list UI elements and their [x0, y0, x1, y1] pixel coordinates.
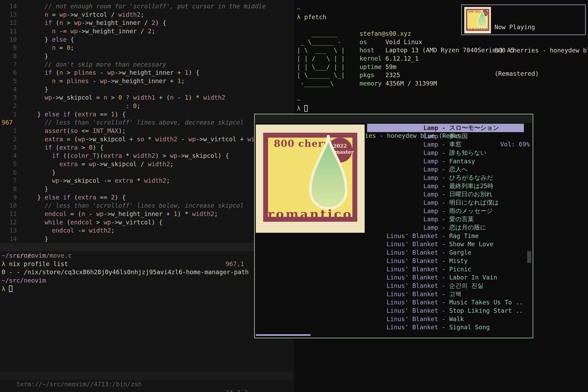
distro-logo-ascii: _ \______ -	[297, 38, 360, 46]
code-line[interactable]: 7 wp->w_skipcol -= extra * width2;	[0, 176, 294, 185]
code-token: extra	[104, 152, 122, 159]
now-playing-notification[interactable]: 800 cherries 2022Remaster romantico Now …	[461, 4, 586, 35]
code-token	[22, 136, 44, 143]
code-line[interactable]: 1 assert(so <= INT_MAX);	[0, 126, 294, 135]
queue-row[interactable]: Lamp - 車窓	[367, 140, 524, 149]
code-token: wp	[100, 78, 107, 84]
code-line[interactable]: 14 }	[0, 234, 294, 243]
code-line[interactable]: 11 endcol = (n - wp->w_height_inner + 1)…	[0, 210, 294, 218]
code-token: -=	[74, 227, 89, 234]
code-line[interactable]: 8 }	[0, 52, 294, 60]
code-line[interactable]: 4 }	[0, 85, 294, 94]
code-token: >	[63, 19, 74, 26]
queue-row[interactable]: Lamp - 恋は月の蔭に	[367, 223, 524, 232]
code-text: // less than 'scrolloff' lines above, de…	[22, 119, 244, 126]
code-token	[22, 160, 60, 168]
queue-row[interactable]: Lamp - 夢の国	[367, 132, 524, 140]
line-number: 9	[0, 194, 22, 201]
terminal-pane-left[interactable]: 14 // not enough room for 'scrolloff', p…	[0, 0, 294, 392]
code-line[interactable]: 10 } else {	[0, 35, 294, 44]
queue-separator: -	[438, 299, 449, 306]
queue-row[interactable]: Lamp - 誰も知らない	[367, 149, 524, 157]
code-line[interactable]: 3 wp->w_skipcol = n > 0 ? width1 + (n - …	[0, 94, 294, 102]
queue-title: Walk	[449, 316, 524, 322]
queue-row[interactable]: Linus' Blanket - Picnic	[367, 265, 524, 274]
code-line[interactable]: 10 // less than 'scrolloff' lines below,…	[0, 202, 294, 210]
queue-row[interactable]: Linus' Blanket - 고백	[367, 290, 524, 298]
distro-logo-ascii: | \ ___ \ |	[297, 46, 360, 54]
distro-logo-ascii: | | / \ | |	[297, 55, 360, 62]
embedded-terminal[interactable]: ~/src/neovimλ nix profile list0 - - /nix…	[2, 251, 249, 293]
code-line[interactable]: 2 : 0;	[0, 102, 294, 110]
queue-row[interactable]: Lamp - 雨のメッセージ	[367, 207, 524, 215]
queue-row[interactable]: Linus' Blanket - Misty	[367, 257, 524, 265]
code-line[interactable]: 8 }	[0, 185, 294, 193]
queue-title: 車窓	[449, 140, 524, 149]
code-token: 0	[89, 144, 92, 151]
line-number: 12	[0, 219, 22, 226]
music-player-window[interactable]: [Playing] herries - honeydew blue (Remas…	[254, 114, 533, 338]
queue-row[interactable]: Linus' Blanket - Labor In Vain	[367, 273, 524, 282]
code-line[interactable]: 9 } else if (extra == 2) {	[0, 193, 294, 202]
queue-artist: Lamp	[367, 182, 438, 190]
code-token: 2	[152, 19, 155, 26]
code-line[interactable]: 13 n = wp->w_virtcol / width2;	[0, 10, 294, 19]
code-line[interactable]: 9 n = 0;	[0, 44, 294, 52]
code-line[interactable]: 5 n = plines - wp->w_height_inner + 1;	[0, 77, 294, 85]
queue-row[interactable]: Lamp - ひろがるなみだ	[367, 174, 524, 182]
code-token: else	[44, 194, 59, 201]
code-token: ->w_virtcol /	[67, 11, 118, 18]
code-token: -	[178, 136, 188, 143]
queue-row[interactable]: Lamp - スロ〜モ〜ション	[367, 124, 524, 132]
code-line[interactable]: 11 n -= wp->w_height_inner / 2;	[0, 27, 294, 35]
code-token: ;	[166, 177, 170, 184]
code-line[interactable]: 13 endcol -= width2;	[0, 226, 294, 235]
code-token: extra	[44, 136, 63, 143]
pfetch-field-value: 59m	[385, 63, 396, 70]
queue-row[interactable]: Lamp - 恋人へ	[367, 165, 524, 174]
code-line[interactable]: 4 if ((colnr_T)(extra * width2) > wp->w_…	[0, 152, 294, 160]
queue-scrollbar-thumb[interactable]	[527, 251, 531, 263]
code-line[interactable]: 6 }	[0, 168, 294, 176]
queue-row[interactable]: Linus' Blanket - 순간의 진실	[367, 282, 524, 290]
code-line[interactable]: 14 // not enough room for 'scrolloff', p…	[0, 2, 294, 10]
code-editor[interactable]: 14 // not enough room for 'scrolloff', p…	[0, 2, 294, 243]
code-token: extra	[78, 111, 96, 118]
queue-title: 순간의 진실	[449, 282, 524, 290]
queue-separator: -	[438, 166, 449, 173]
queue-row[interactable]: Linus' Blanket - Gargle	[367, 248, 524, 257]
queue-title: Stop Liking Start ...	[449, 307, 524, 314]
queue-title: Picnic	[449, 266, 524, 273]
queue-row[interactable]: Linus' Blanket - Rag Time	[367, 232, 524, 240]
code-line[interactable]: 12 if (n > wp->w_height_inner / 2) {	[0, 18, 294, 27]
queue-row[interactable]: Lamp - Fantasy	[367, 157, 524, 166]
code-line[interactable]: 7 // don't skip more than necessary	[0, 60, 294, 68]
track-progress-bar[interactable]	[256, 334, 310, 336]
code-line[interactable]: 3 if (extra > 0) {	[0, 143, 294, 152]
queue-row[interactable]: Linus' Blanket - Stop Liking Start ...	[367, 306, 524, 315]
code-text: wp->w_skipcol -= extra * width2;	[22, 177, 170, 184]
queue-row[interactable]: Lamp - 愛の言葉	[367, 215, 524, 224]
queue-row[interactable]: Lamp - 最終列車は25時	[367, 182, 524, 190]
shell-directory: ~	[297, 96, 300, 104]
queue-row[interactable]: Linus' Blanket - Signal Song	[367, 323, 524, 332]
queue-row[interactable]: Lamp - 日曜日のお別れ	[367, 190, 524, 199]
queue-artist: Lamp	[367, 224, 438, 231]
queue-title: 誰も知らない	[449, 149, 524, 157]
queue-row[interactable]: Lamp - 明日になれば僕は	[367, 198, 524, 207]
code-line[interactable]: 2 extra = (wp->w_skipcol + so * width2 -…	[0, 135, 294, 143]
queue-separator: -	[438, 274, 449, 281]
queue-row[interactable]: Linus' Blanket - Walk	[367, 315, 524, 323]
nvim-statusline: src/nvim/move.c 967,1	[0, 243, 294, 251]
queue-row[interactable]: Linus' Blanket - Show Me Love	[367, 240, 524, 248]
code-line[interactable]: 6 if (n > plines - wp->w_height_inner + …	[0, 68, 294, 77]
player-queue[interactable]: Lamp - スロ〜モ〜ションLamp - 夢の国Lamp - 車窓Lamp -…	[367, 124, 524, 331]
queue-row[interactable]: Linus' Blanket - Music Takes Us To ...	[367, 298, 524, 306]
code-token	[22, 102, 126, 110]
code-line[interactable]: 967 // less than 'scrolloff' lines above…	[0, 118, 294, 127]
code-line[interactable]: 5 extra = wp->w_skipcol / width2;	[0, 160, 294, 168]
code-line[interactable]: 1 } else if (extra == 1) {	[0, 110, 294, 118]
code-line[interactable]: 12 while (endcol > wp->w_virtcol) {	[0, 218, 294, 226]
code-token: wp	[89, 160, 96, 168]
terminal-ruler: 14,3-2	[226, 388, 248, 392]
